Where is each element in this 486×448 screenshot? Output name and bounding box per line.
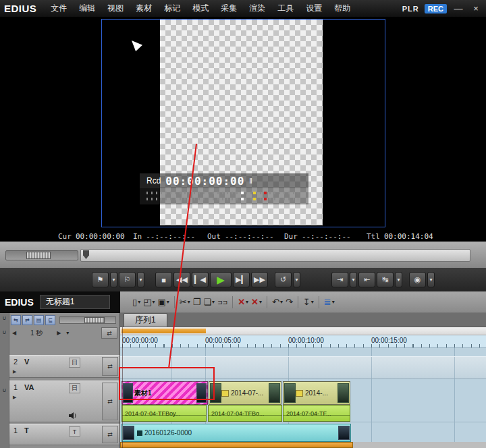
jog-mode-button[interactable]: ◉: [409, 272, 426, 287]
track-row-2v[interactable]: [120, 356, 486, 379]
minimize-button[interactable]: —: [452, 3, 464, 13]
redo-button[interactable]: ↷: [284, 295, 294, 310]
insert-mode-button[interactable]: ⇆: [11, 315, 21, 325]
fast-forward-button[interactable]: ▶▶: [251, 272, 268, 287]
clip-audio-2[interactable]: 2014-07-04-TFBo...: [208, 405, 282, 422]
track-height-toggle[interactable]: ⇄: [102, 426, 118, 443]
replace-button[interactable]: ⊐⊐: [216, 295, 229, 310]
delete-button[interactable]: ✕▾: [250, 295, 263, 310]
position-bar[interactable]: [80, 249, 470, 262]
position-playhead[interactable]: [83, 250, 89, 259]
clip-audio-3[interactable]: 2014-07-04-TF...: [283, 405, 350, 422]
strip-toggle-icon[interactable]: ∪: [0, 329, 9, 335]
scale-decrease-button[interactable]: ◀: [9, 330, 19, 336]
strip-toggle-icon[interactable]: ∪: [0, 387, 9, 393]
track-height-toggle[interactable]: ⇄: [101, 327, 117, 339]
timeline-zoom-slider[interactable]: [59, 316, 116, 324]
chevron-down-icon[interactable]: ▾: [187, 299, 190, 305]
menu-settings[interactable]: 设置: [300, 0, 328, 17]
stop-button[interactable]: ■: [155, 272, 172, 287]
add-cut-point-button[interactable]: ↧▾: [302, 295, 315, 310]
player-mode-button[interactable]: PLR: [402, 5, 419, 13]
trim-in-button[interactable]: ⇥: [331, 272, 348, 287]
close-button[interactable]: ×: [470, 3, 482, 13]
chevron-down-icon[interactable]: ▾: [310, 299, 314, 305]
set-in-dropdown[interactable]: ▾: [110, 272, 117, 287]
speaker-icon[interactable]: [69, 410, 77, 422]
menu-render[interactable]: 渲染: [243, 0, 271, 17]
chevron-down-icon[interactable]: ▾: [279, 299, 283, 305]
menu-file[interactable]: 文件: [45, 0, 73, 17]
jog-dropdown[interactable]: ▾: [427, 272, 435, 287]
open-project-button[interactable]: ◰▾: [142, 295, 156, 310]
track-header-2v[interactable]: 2 V ▶ 日 ⇄: [9, 355, 119, 378]
zoom-slider-handle[interactable]: [84, 317, 105, 323]
delete-in-out-button[interactable]: ✕▾: [236, 295, 250, 310]
chevron-down-icon[interactable]: ▾: [211, 299, 215, 305]
horizontal-scrollbar-thumb[interactable]: [120, 442, 353, 448]
save-project-button[interactable]: ▣▾: [156, 295, 170, 310]
track-sync-icon[interactable]: 日: [69, 358, 80, 368]
set-out-button[interactable]: ⚐: [119, 272, 136, 287]
chevron-down-icon[interactable]: ▾: [259, 299, 262, 305]
copy-button[interactable]: ❐: [192, 295, 202, 310]
set-out-dropdown[interactable]: ▾: [137, 272, 144, 287]
scale-increase-button[interactable]: ▶: [54, 330, 63, 336]
play-button[interactable]: ▶: [210, 272, 232, 287]
track-height-toggle[interactable]: ⇄: [102, 383, 118, 420]
menu-help[interactable]: 帮助: [328, 0, 356, 17]
strip-toggle-icon[interactable]: ∪: [0, 315, 9, 321]
recorder-mode-button[interactable]: REC: [425, 4, 447, 13]
loop-dropdown[interactable]: ▾: [293, 272, 300, 287]
track-header-1t[interactable]: 1 T T ⇄: [9, 424, 119, 445]
set-in-button[interactable]: ⚑: [92, 272, 109, 287]
track-sync-icon[interactable]: 日: [69, 383, 80, 393]
undo-button[interactable]: ↶▾: [271, 295, 284, 310]
menu-clip[interactable]: 素材: [130, 0, 158, 17]
trim-both-button[interactable]: ↹: [377, 272, 394, 287]
tab-sequence-1[interactable]: 序列1: [124, 313, 167, 327]
chevron-down-icon[interactable]: ▾: [151, 299, 155, 305]
chevron-down-icon[interactable]: ▾: [331, 299, 335, 305]
clip-sucai1[interactable]: 素材1: [122, 381, 208, 405]
previous-frame-button[interactable]: ▎◀: [192, 272, 209, 287]
trim-out-button[interactable]: ⇤: [358, 272, 375, 287]
menu-marker[interactable]: 标记: [158, 0, 186, 17]
horizontal-scrollbar[interactable]: [120, 442, 486, 448]
shuttle-handle[interactable]: [26, 252, 51, 259]
ripple-mode-button[interactable]: ▤: [34, 315, 44, 325]
track-height-toggle[interactable]: ⇄: [102, 357, 118, 376]
stop-icon: ■: [161, 276, 166, 284]
clip-video-2[interactable]: 2014-07-...: [209, 381, 281, 405]
scale-dropdown[interactable]: ▾: [63, 330, 72, 336]
expand-arrow-icon[interactable]: ▶: [13, 395, 16, 400]
clip-label: 素材1: [134, 389, 152, 398]
next-frame-button[interactable]: ▶▎: [233, 272, 250, 287]
trim-in-dropdown[interactable]: ▾: [350, 272, 357, 287]
track-title-icon[interactable]: T: [69, 426, 80, 437]
timeline-display-button[interactable]: ≣▾: [323, 295, 336, 310]
menu-view[interactable]: 视图: [101, 0, 130, 17]
clip-video-3[interactable]: 2014-...: [283, 381, 350, 405]
rewind-button[interactable]: ◀◀: [173, 272, 190, 287]
overwrite-mode-button[interactable]: ⇄: [22, 315, 32, 325]
menu-capture[interactable]: 采集: [215, 0, 243, 17]
chevron-down-icon[interactable]: ▾: [245, 299, 248, 305]
timeline-ruler[interactable]: 00:00:00:00 00:00:05:00 00:00:10:00 00:0…: [120, 327, 486, 348]
menu-edit[interactable]: 编辑: [73, 0, 101, 17]
paste-button[interactable]: ❏▾: [202, 295, 216, 310]
chevron-down-icon[interactable]: ▾: [166, 299, 169, 305]
shuttle-slider[interactable]: [5, 250, 78, 260]
track-header-1va[interactable]: 1 VA ▶ 日 ⇄: [9, 381, 119, 422]
cut-button[interactable]: ✂▾: [178, 295, 192, 310]
sync-mode-button[interactable]: ⊑: [45, 315, 55, 325]
trim-both-dropdown[interactable]: ▾: [395, 272, 402, 287]
menu-tools[interactable]: 工具: [271, 0, 300, 17]
new-sequence-button[interactable]: ▯▾: [131, 295, 142, 310]
clip-audio-1[interactable]: 2014-07-04-TFBoy...: [122, 405, 207, 422]
clip-title[interactable]: 20160126-0000: [122, 424, 351, 442]
expand-arrow-icon[interactable]: ▶: [13, 369, 16, 374]
chevron-down-icon[interactable]: ▾: [137, 299, 140, 305]
menu-mode[interactable]: 模式: [186, 0, 215, 17]
loop-playback-button[interactable]: ↺: [275, 272, 292, 287]
